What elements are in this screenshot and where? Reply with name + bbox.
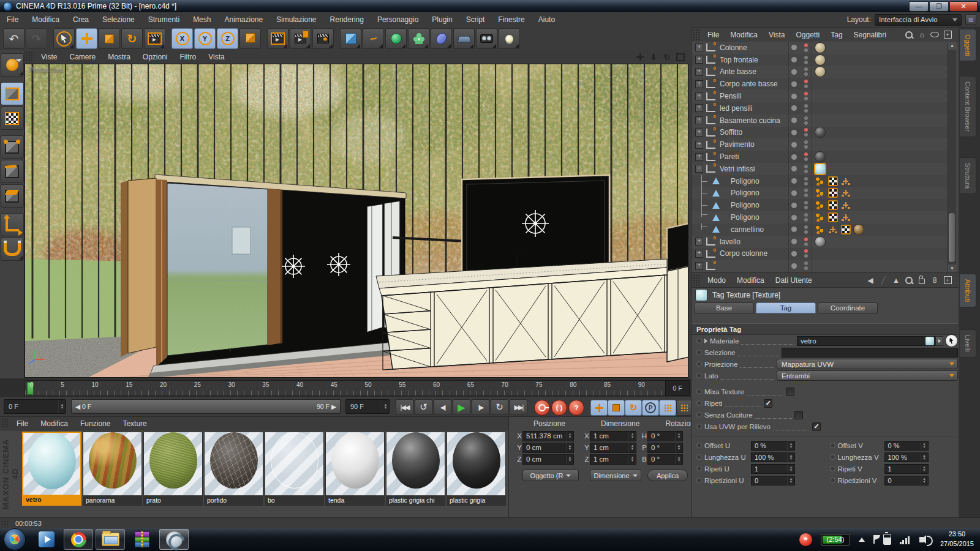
add-camera-button[interactable] [476,28,497,49]
menu-item-file[interactable]: File [10,419,34,428]
tab-coordinate[interactable]: Coordinate [818,302,878,313]
visibility-dots-icon[interactable] [804,91,808,101]
layer-dot-icon[interactable] [791,69,797,75]
texture-tag-icon[interactable] [854,225,864,234]
visibility-dots-icon[interactable] [804,176,808,186]
coordinate-system-button[interactable] [239,28,261,49]
dolly-icon[interactable]: ⬇ [648,52,659,62]
viewport-canvas[interactable] [24,64,688,378]
panel-grip[interactable] [693,274,701,285]
rotate-tool-button[interactable]: ↻ [121,28,143,49]
layer-dot-icon[interactable] [791,105,797,111]
menu-item-aiuto[interactable]: Aiuto [532,15,562,24]
menu-item-modifica[interactable]: Modifica [731,276,770,285]
panel-grip[interactable] [1,520,9,527]
forward-icon[interactable]: ╱ [878,276,889,285]
home-icon[interactable]: ⌂ [916,30,927,40]
material-tenda[interactable]: tenda [325,432,385,506]
selection-tag-icon[interactable] [815,212,825,222]
layer-dot-icon[interactable] [791,203,797,208]
network-icon[interactable] [900,535,911,544]
checkbox[interactable]: ✓ [812,422,821,431]
visibility-dots-icon[interactable] [804,237,808,247]
keyframe-circle-icon[interactable] [830,478,835,483]
scale-tool-button[interactable] [99,28,120,49]
menu-item-selezione[interactable]: Selezione [96,15,141,24]
layer-dot-icon[interactable] [791,142,797,148]
pick-material-button[interactable] [945,334,958,347]
visibility-dots-icon[interactable] [804,164,808,174]
add-light-button[interactable] [499,28,520,49]
frame-range-slider[interactable]: ◀ 0 F 90 F ▶ [71,399,341,414]
selezione-field[interactable] [782,348,958,358]
keyframe-circle-icon[interactable] [696,443,702,448]
material-porfido[interactable]: porfido [204,432,263,506]
expand-icon[interactable]: + [695,43,703,51]
action-center-flag-icon[interactable] [873,535,875,544]
phong-tag-icon[interactable] [841,212,851,222]
menu-item-file[interactable]: File [0,15,25,24]
menu-item-vista[interactable]: Vista [202,53,230,61]
uvw-tag-icon[interactable] [828,212,838,222]
search-icon[interactable] [903,276,914,285]
keyframe-circle-icon[interactable] [696,338,702,343]
loop-icon[interactable]: ↻ [491,399,508,415]
menu-item-funzione[interactable]: Funzione [74,419,116,428]
go-start-icon[interactable]: |◀◀ [396,399,413,415]
keyframe-circle-icon[interactable] [696,389,702,394]
taskbar-explorer-icon[interactable] [96,529,125,550]
taskbar-wmp-icon[interactable] [32,529,61,550]
visibility-dots-icon[interactable] [804,200,808,210]
minimize-button[interactable]: — [909,1,929,12]
expand-icon[interactable]: + [695,92,703,100]
record-parameter-icon[interactable]: P [642,400,659,416]
object-row-pensili[interactable]: +Pensili [692,90,948,102]
taskbar-chrome-icon[interactable] [64,529,93,550]
autokey-icon[interactable]: ( ) [551,400,567,416]
menu-item-plugin[interactable]: Plugin [425,15,459,24]
add-panel-icon[interactable]: + [942,276,953,285]
window-titlebar[interactable]: CINEMA 4D R13.016 Prime (32 Bit) - [nero… [0,0,980,12]
add-nurbs-button[interactable] [385,28,407,49]
material-vetro[interactable]: vetro [22,432,81,506]
visibility-dots-icon[interactable] [804,103,808,113]
antivirus-tray-icon[interactable]: * [799,533,812,546]
keyframe-circle-icon[interactable] [830,443,835,448]
uvw-tag-icon[interactable] [828,176,838,186]
timeline-ruler[interactable]: 051015202530354045505560657075808590 0 F [0,378,691,397]
side-tab-attributi[interactable]: Attributi [960,274,976,307]
side-tab-livelli[interactable]: Livelli [960,329,976,358]
menu-item-tag[interactable]: Tag [825,31,848,39]
filter-icon[interactable] [929,30,940,40]
texture-tag-icon[interactable] [815,152,825,162]
menu-item-animazione[interactable]: Animazione [217,15,270,24]
apply-button[interactable]: Applica [647,470,688,481]
battery-icon[interactable] [883,534,891,545]
menu-item-modifica[interactable]: Modifica [25,15,66,24]
proiezione-dropdown[interactable]: Mappatura UVW [777,359,958,369]
layout-select[interactable]: Interfaccia di Avvio [875,14,962,26]
value-field[interactable]: 100 %▲▼ [884,452,929,462]
render-picture-viewer-button[interactable] [290,28,311,49]
expand-icon[interactable]: + [695,56,703,64]
make-editable-button[interactable] [1,53,24,77]
expand-icon[interactable]: + [695,250,703,258]
expand-icon[interactable]: + [695,116,703,124]
step-back-icon[interactable]: ◀| [434,399,451,415]
keyframe-circle-icon[interactable] [830,454,835,460]
polygons-mode-button[interactable] [1,184,24,208]
value-field[interactable]: 1▲▼ [751,464,795,474]
side-tab-oggetti[interactable]: Oggetti [960,29,976,61]
visibility-dots-icon[interactable] [804,127,808,137]
layer-dot-icon[interactable] [791,57,797,62]
object-row-led-pensili[interactable]: +led pensili [692,102,948,114]
object-row[interactable]: + [692,260,948,272]
dimension-mode-dropdown[interactable]: Dimensione [590,470,641,481]
add-primitive-button[interactable] [340,28,361,49]
coordinate-field-z[interactable]: 1 cm▲▼ [590,454,636,465]
panel-grip[interactable] [26,51,34,62]
go-end-icon[interactable]: ▶▶| [510,399,527,415]
keyframe-circle-icon[interactable] [696,400,702,406]
back-icon[interactable]: ◀ [865,276,876,285]
layer-dot-icon[interactable] [791,251,797,257]
